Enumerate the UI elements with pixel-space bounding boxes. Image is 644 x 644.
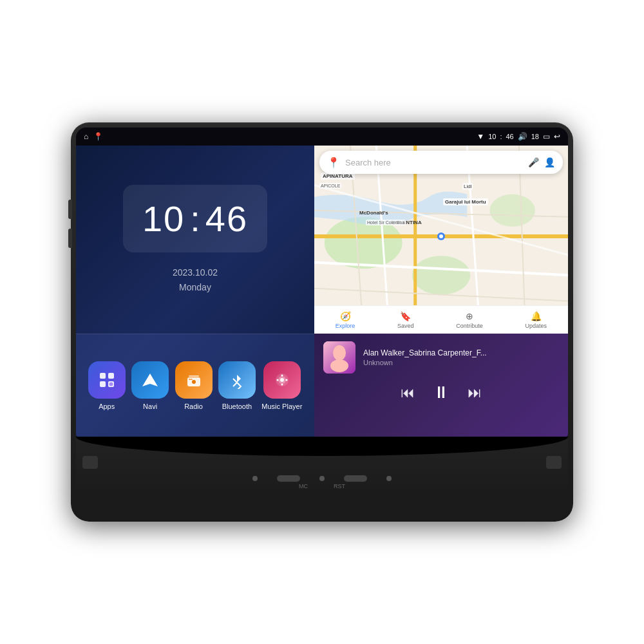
music-label: Music Player (261, 402, 302, 410)
app-music[interactable]: Music Player (261, 361, 302, 410)
chin-button-rst[interactable] (344, 475, 367, 482)
chin-dot-1 (252, 476, 258, 481)
play-pause-button[interactable]: ⏸ (433, 383, 450, 402)
map-pin-icon[interactable]: 📍 (93, 132, 103, 141)
side-button-1[interactable] (68, 200, 72, 219)
contribute-label: Contribute (456, 323, 483, 329)
status-colon: : (500, 133, 502, 140)
music-section: Alan Walker_Sabrina Carpenter_F... Unkno… (314, 334, 568, 437)
map-label-garajul: Garajul lui Mortu (443, 198, 488, 205)
svg-marker-5 (142, 374, 158, 386)
home-icon[interactable]: ⌂ (84, 132, 88, 141)
map-bottom-nav: 🧭 Explore 🔖 Saved ⊕ Contribute (314, 305, 568, 334)
map-nav-updates[interactable]: 🔔 Updates (526, 311, 547, 329)
android-screen: ⌂ 📍 ▼ 10 : 46 🔊 18 ▭ ↩ (76, 128, 568, 437)
map-mic-button[interactable]: 🎤 (528, 157, 539, 167)
clock-minutes: 46 (205, 198, 248, 240)
app-navi[interactable]: Navi (131, 361, 169, 410)
map-label-mcdonalds: McDonald's (359, 210, 388, 216)
music-text: Alan Walker_Sabrina Carpenter_F... Unkno… (363, 348, 559, 366)
explore-label: Explore (336, 323, 355, 329)
svg-rect-9 (189, 375, 199, 377)
navi-label: Navi (143, 402, 157, 410)
right-panel: 📍 Search here 🎤 👤 APINATURA APICOLE McDo… (314, 146, 568, 437)
svg-point-13 (281, 374, 283, 376)
map-label-lidl: Lidl (462, 183, 473, 190)
chin-label-rst: RST (334, 483, 345, 489)
status-bar: ⌂ 📍 ▼ 10 : 46 🔊 18 ▭ ↩ (76, 128, 568, 146)
svg-point-35 (330, 359, 348, 372)
updates-label: Updates (526, 323, 547, 329)
chin-label-mc: MC (299, 483, 308, 489)
svg-rect-8 (189, 379, 193, 380)
bluetooth-label: Bluetooth (222, 402, 252, 410)
map-background: 📍 Search here 🎤 👤 APINATURA APICOLE McDo… (314, 146, 568, 334)
side-button-2[interactable] (68, 229, 72, 248)
apps-label: Apps (99, 402, 115, 410)
music-track-info: Alan Walker_Sabrina Carpenter_F... Unkno… (323, 341, 559, 374)
bluetooth-icon (218, 361, 256, 399)
svg-rect-0 (100, 373, 106, 379)
map-nav-contribute[interactable]: ⊕ Contribute (456, 311, 483, 329)
screen-bezel: ⌂ 📍 ▼ 10 : 46 🔊 18 ▭ ↩ (76, 128, 568, 437)
svg-point-12 (280, 378, 284, 382)
bracket-right (546, 456, 562, 469)
chin-dot-2 (319, 476, 325, 481)
map-search-text: Search here (345, 158, 523, 167)
chin-button-mc[interactable] (277, 475, 300, 482)
svg-point-7 (192, 380, 196, 384)
app-radio[interactable]: Radio (175, 361, 213, 410)
clock-colon: : (190, 198, 200, 240)
chin-labels: MC RST (299, 483, 345, 489)
svg-rect-2 (100, 381, 106, 387)
car-head-unit: ⌂ 📍 ▼ 10 : 46 🔊 18 ▭ ↩ (71, 122, 573, 522)
music-artist: Unknown (363, 359, 559, 366)
contribute-icon: ⊕ (466, 311, 473, 321)
svg-point-34 (333, 345, 346, 361)
left-panel: 10 : 46 2023.10.02 Monday (76, 146, 314, 437)
map-search-bar[interactable]: 📍 Search here 🎤 👤 (319, 151, 563, 174)
svg-point-14 (281, 383, 283, 385)
app-apps[interactable]: Apps (88, 361, 126, 410)
svg-point-32 (439, 234, 443, 238)
map-search-icon: 📍 (327, 156, 340, 169)
explore-icon: 🧭 (340, 311, 351, 321)
radio-icon (175, 361, 213, 399)
status-minutes: 46 (506, 133, 514, 140)
music-album-art (323, 341, 355, 374)
volume-level: 18 (531, 133, 539, 140)
apps-section: Apps Navi (76, 334, 314, 437)
saved-icon: 🔖 (400, 311, 411, 321)
album-art-image (323, 341, 355, 374)
main-content: 10 : 46 2023.10.02 Monday (76, 146, 568, 437)
map-nav-explore[interactable]: 🧭 Explore (336, 311, 355, 329)
bracket-left (82, 456, 98, 469)
svg-point-15 (276, 379, 278, 381)
map-account-button[interactable]: 👤 (544, 157, 555, 167)
svg-point-19 (412, 256, 471, 294)
radio-label: Radio (184, 402, 203, 410)
music-title: Alan Walker_Sabrina Carpenter_F... (363, 348, 559, 357)
map-label-apicole: APICOLE (319, 183, 341, 189)
map-nav-saved[interactable]: 🔖 Saved (397, 311, 414, 329)
wifi-icon: ▼ (477, 132, 484, 141)
status-right-icons: ▼ 10 : 46 🔊 18 ▭ ↩ (477, 132, 560, 141)
map-section[interactable]: 📍 Search here 🎤 👤 APINATURA APICOLE McDo… (314, 146, 568, 334)
clock-box: 10 : 46 (123, 185, 267, 252)
clock-section: 10 : 46 2023.10.02 Monday (76, 146, 314, 334)
prev-button[interactable]: ⏮ (401, 384, 415, 401)
next-button[interactable]: ⏭ (468, 384, 482, 401)
map-label-hotel: Hotel Sir Colentina (366, 220, 406, 225)
navi-icon (131, 361, 169, 399)
music-controls: ⏮ ⏸ ⏭ (323, 383, 559, 402)
svg-point-16 (285, 379, 287, 381)
svg-rect-1 (108, 373, 114, 379)
apps-icon (88, 361, 126, 399)
clock-hours: 10 (142, 198, 185, 240)
status-time: 10 (488, 133, 496, 140)
music-icon (263, 361, 301, 399)
back-icon[interactable]: ↩ (554, 132, 560, 141)
svg-point-20 (490, 194, 535, 227)
app-bluetooth[interactable]: Bluetooth (218, 361, 256, 410)
chin-curve-decoration (76, 437, 568, 456)
